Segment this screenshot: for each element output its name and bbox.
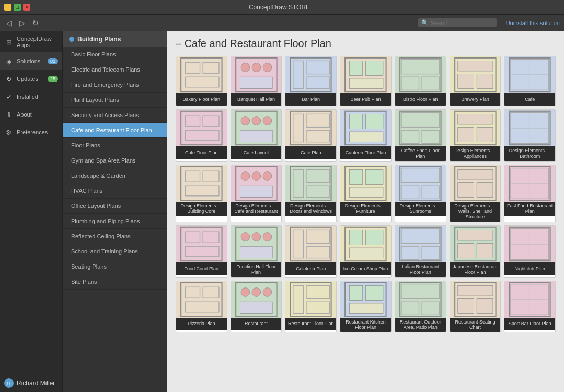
sidebar-item-installed[interactable]: ✓ Installed	[0, 88, 62, 106]
user-profile[interactable]: R Richard Miller	[0, 374, 62, 392]
grid-item-10[interactable]: Canteen Floor Plan	[340, 109, 392, 162]
grid-item-20[interactable]: Fast Food Restaurant Plan	[504, 165, 556, 222]
grid-item-27[interactable]: Nightclub Plan	[504, 225, 556, 278]
grid-item-16[interactable]: Design Elements — Doors and Windows	[285, 165, 337, 222]
minimize-button[interactable]: −	[4, 4, 11, 11]
nav-item-0[interactable]: Basic Floor Plans	[63, 47, 167, 62]
svg-rect-41	[306, 130, 330, 142]
grid-item-18[interactable]: Design Elements — Sunrooms	[395, 165, 446, 222]
nav-item-10[interactable]: Office Layout Plans	[63, 199, 167, 214]
nav-item-13[interactable]: School and Training Plans	[63, 244, 167, 259]
preferences-icon: ⚙	[4, 128, 14, 137]
grid-item-17[interactable]: Design Elements — Furniture	[340, 165, 392, 222]
grid-thumb-17	[340, 165, 391, 202]
nav-item-9[interactable]: HVAC Plans	[63, 183, 167, 199]
grid-label-20: Fast Food Restaurant Plan	[504, 202, 555, 216]
nav-item-11[interactable]: Plumbing and Piping Plans	[63, 214, 167, 229]
nav-item-14[interactable]: Seating Plans	[63, 259, 167, 274]
grid-label-2: Bar Plan	[285, 93, 336, 106]
nav-item-3[interactable]: Plant Layout Plans	[63, 93, 167, 108]
nav-item-1[interactable]: Electric and Telecom Plans	[63, 62, 167, 77]
refresh-button[interactable]: ↻	[30, 18, 41, 28]
grid-thumb-10	[340, 110, 391, 146]
nav-item-12[interactable]: Reflected Ceiling Plans	[63, 229, 167, 244]
grid-item-12[interactable]: Design Elements — Appliances	[450, 109, 501, 162]
grid-item-2[interactable]: Bar Plan	[285, 56, 337, 106]
grid-item-34[interactable]: Sport Bar Floor Plan	[504, 281, 556, 333]
grid-item-3[interactable]: Beer Pub Plan	[340, 56, 392, 106]
grid-item-11[interactable]: Coffee Shop Floor Plan	[395, 109, 446, 162]
grid-item-21[interactable]: Food Court Plan	[176, 225, 227, 278]
sidebar-item-updates[interactable]: ↻ Updates 25	[0, 70, 62, 88]
grid-item-22[interactable]: Function Hall Floor Plan	[231, 225, 282, 278]
grid-item-26[interactable]: Japanese Restaurant Floor Plan	[450, 225, 501, 278]
grid-item-30[interactable]: Restaurant Floor Plan	[285, 281, 337, 333]
nav-item-8[interactable]: Landscape & Garden	[63, 168, 167, 183]
nav-item-2[interactable]: Fire and Emergency Plans	[63, 77, 167, 93]
app-title: ConceptDraw STORE	[249, 4, 310, 11]
grid-item-31[interactable]: Restaurant Kitchen Floor Plan	[340, 281, 392, 333]
svg-rect-32	[186, 130, 219, 141]
grid-item-29[interactable]: Restaurant	[231, 281, 282, 333]
svg-rect-14	[350, 61, 363, 75]
grid-label-3: Beer Pub Plan	[340, 93, 391, 106]
nav-item-7[interactable]: Gym and Spa Area Plans	[63, 153, 167, 168]
close-button[interactable]: ×	[23, 4, 30, 11]
sidebar-item-solutions[interactable]: ◈ Solutions 80	[0, 52, 62, 70]
nav-item-5[interactable]: Cafe and Restaurant Floor Plan	[63, 123, 167, 138]
grid-label-33: Restaurant Seating Chart	[450, 318, 501, 332]
grid-item-23[interactable]: Gelateria Plan	[285, 225, 337, 278]
forward-button[interactable]: ▷	[17, 18, 27, 28]
search-input[interactable]	[431, 20, 493, 26]
svg-rect-51	[457, 114, 492, 124]
svg-rect-106	[401, 246, 419, 259]
solutions-badge: 80	[48, 58, 58, 64]
grid-thumb-6	[504, 56, 555, 93]
svg-rect-40	[306, 114, 330, 127]
avatar: R	[4, 378, 14, 388]
grid-item-33[interactable]: Restaurant Seating Chart	[450, 281, 501, 333]
grid-item-25[interactable]: Italian Restaurant Floor Plan	[395, 225, 446, 278]
nav-item-6[interactable]: Floor Plans	[63, 138, 167, 153]
sidebar-item-about[interactable]: ℹ About	[0, 106, 62, 123]
grid-item-13[interactable]: Design Elements — Bathroom	[504, 109, 556, 162]
svg-rect-39	[293, 114, 304, 142]
grid-item-7[interactable]: Cafe Floor Plan	[176, 109, 227, 162]
grid-label-19: Design Elements — Walls, Shell and Struc…	[450, 202, 501, 222]
back-button[interactable]: ◁	[4, 18, 14, 28]
svg-rect-2	[203, 62, 219, 73]
nav-item-4[interactable]: Security and Access Plans	[63, 108, 167, 123]
sidebar-item-apps[interactable]: ⊞ ConceptDraw Apps	[0, 31, 62, 52]
svg-rect-88	[186, 232, 200, 243]
svg-rect-101	[350, 230, 363, 245]
grid-label-24: Ice Cream Shop Plan	[340, 262, 391, 275]
grid-item-32[interactable]: Restaurant Outdoor Area, Patio Plan	[395, 281, 446, 333]
uninstall-link[interactable]: Uninstall this solution	[506, 20, 560, 26]
sidebar-item-preferences[interactable]: ⚙ Preferences	[0, 123, 62, 141]
grid-item-5[interactable]: Brewery Plan	[450, 56, 501, 106]
grid-item-24[interactable]: Ice Cream Shop Plan	[340, 225, 392, 278]
svg-rect-82	[477, 182, 493, 197]
grid-item-4[interactable]: Bistro Floor Plan	[395, 56, 446, 106]
svg-point-123	[263, 287, 272, 296]
grid-thumb-1	[231, 56, 282, 93]
grid-item-1[interactable]: Banquet Hall Plan	[231, 56, 282, 106]
grid-thumb-26	[450, 226, 501, 262]
grid-item-0[interactable]: Bakery Floor Plan	[176, 56, 227, 106]
user-name: Richard Miller	[17, 379, 55, 387]
grid-item-6[interactable]: Cafe	[504, 56, 556, 106]
grid-item-15[interactable]: Design Elements — Cafe and Restaurant	[231, 165, 282, 222]
svg-rect-67	[291, 166, 331, 200]
grid-item-19[interactable]: Design Elements — Walls, Shell and Struc…	[450, 165, 501, 222]
sidebar-label-solutions: Solutions	[17, 58, 40, 64]
svg-rect-107	[422, 246, 440, 259]
nav-item-15[interactable]: Site Plans	[63, 274, 167, 290]
svg-point-36	[263, 117, 272, 125]
svg-point-34	[241, 117, 250, 125]
maximize-button[interactable]: □	[14, 4, 21, 11]
grid-item-8[interactable]: Cafe Layout	[231, 109, 282, 162]
grid-item-28[interactable]: Pizzeria Plan	[176, 281, 227, 333]
grid-item-14[interactable]: Design Elements — Building Core	[176, 165, 227, 222]
grid-item-9[interactable]: Cafe Plan	[285, 109, 337, 162]
svg-rect-81	[457, 182, 474, 197]
